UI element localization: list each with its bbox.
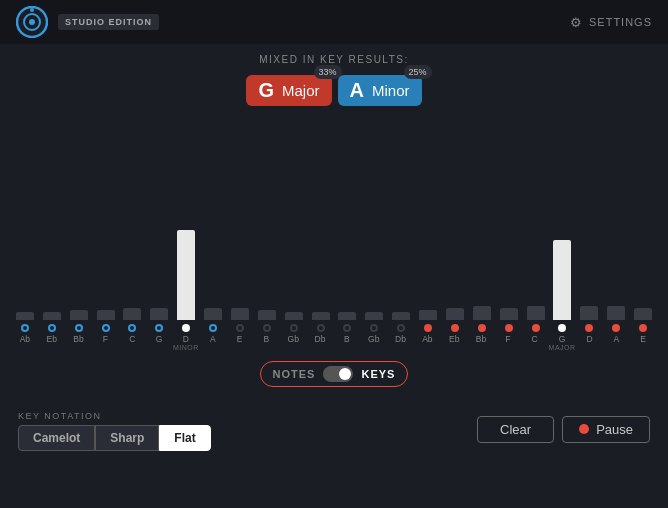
key-results: 33% G Major 25% A Minor bbox=[0, 75, 668, 106]
note-cell-18: F bbox=[495, 334, 521, 351]
note-cell-21: D bbox=[577, 334, 603, 351]
bar-group-5 bbox=[146, 135, 172, 320]
pause-indicator bbox=[579, 424, 589, 434]
mixed-in-key-logo bbox=[16, 6, 48, 38]
note-name-22: A bbox=[613, 334, 619, 344]
note-name-5: G bbox=[156, 334, 163, 344]
note-name-15: Ab bbox=[422, 334, 432, 344]
note-name-3: F bbox=[103, 334, 108, 344]
notation-btn-flat[interactable]: Flat bbox=[159, 425, 210, 451]
bar-16 bbox=[446, 308, 464, 320]
header: STUDIO EDITION ⚙ SETTINGS bbox=[0, 0, 668, 44]
note-name-17: Bb bbox=[476, 334, 486, 344]
bar-21 bbox=[580, 306, 598, 320]
main-content: MIXED IN KEY RESULTS: 33% G Major 25% A … bbox=[0, 44, 668, 461]
notes-label: NOTES bbox=[273, 368, 316, 380]
note-name-21: D bbox=[586, 334, 592, 344]
dot-15 bbox=[424, 324, 432, 332]
dot-cell-10 bbox=[281, 324, 307, 332]
bar-12 bbox=[338, 312, 356, 320]
note-cell-2: Bb bbox=[66, 334, 92, 351]
dot-cell-19 bbox=[523, 324, 549, 332]
bar-2 bbox=[70, 310, 88, 320]
note-name-11: Db bbox=[315, 334, 326, 344]
svg-point-3 bbox=[30, 8, 34, 12]
dot-19 bbox=[532, 324, 540, 332]
dot-22 bbox=[612, 324, 620, 332]
note-name-19: C bbox=[532, 334, 538, 344]
bar-group-0 bbox=[12, 135, 38, 320]
dot-18 bbox=[505, 324, 513, 332]
dot-cell-15 bbox=[415, 324, 441, 332]
notation-buttons: CamelotSharpFlat bbox=[18, 425, 211, 451]
bar-group-22 bbox=[603, 135, 629, 320]
note-cell-22: A bbox=[603, 334, 629, 351]
note-name-16: Eb bbox=[449, 334, 459, 344]
key-result-1[interactable]: 33% G Major bbox=[246, 75, 331, 106]
note-cell-16: Eb bbox=[441, 334, 467, 351]
notation-btn-sharp[interactable]: Sharp bbox=[95, 425, 159, 451]
key2-letter: A bbox=[350, 79, 364, 102]
bar-20 bbox=[553, 240, 571, 320]
notes-keys-toggle[interactable] bbox=[323, 366, 353, 382]
studio-edition-badge: STUDIO EDITION bbox=[58, 14, 159, 30]
bar-7 bbox=[204, 308, 222, 320]
dot-4 bbox=[128, 324, 136, 332]
bar-group-4 bbox=[120, 135, 146, 320]
note-name-6: D bbox=[183, 334, 189, 344]
dot-cell-8 bbox=[227, 324, 253, 332]
dot-3 bbox=[102, 324, 110, 332]
note-name-10: Gb bbox=[288, 334, 299, 344]
bar-group-23 bbox=[630, 135, 656, 320]
bar-9 bbox=[258, 310, 276, 320]
bar-group-13 bbox=[361, 135, 387, 320]
note-name-9: B bbox=[264, 334, 270, 344]
chart-area bbox=[0, 120, 668, 320]
pause-button[interactable]: Pause bbox=[562, 416, 650, 443]
dot-20 bbox=[558, 324, 566, 332]
bar-group-10 bbox=[281, 135, 307, 320]
notation-btn-camelot[interactable]: Camelot bbox=[18, 425, 95, 451]
note-cell-15: Ab bbox=[414, 334, 440, 351]
settings-button[interactable]: ⚙ SETTINGS bbox=[570, 15, 652, 30]
note-cell-8: E bbox=[227, 334, 253, 351]
dot-cell-22 bbox=[603, 324, 629, 332]
results-label: MIXED IN KEY RESULTS: bbox=[0, 54, 668, 65]
dot-16 bbox=[451, 324, 459, 332]
note-cell-13: Gb bbox=[361, 334, 387, 351]
note-name-2: Bb bbox=[73, 334, 83, 344]
dot-cell-17 bbox=[469, 324, 495, 332]
key-result-2[interactable]: 25% A Minor bbox=[338, 75, 422, 106]
note-name-1: Eb bbox=[47, 334, 57, 344]
dot-14 bbox=[397, 324, 405, 332]
dot-6 bbox=[182, 324, 190, 332]
note-cell-10: Gb bbox=[280, 334, 306, 351]
dot-21 bbox=[585, 324, 593, 332]
bar-1 bbox=[43, 312, 61, 320]
dot-cell-0 bbox=[12, 324, 38, 332]
bar-group-9 bbox=[254, 135, 280, 320]
bar-group-21 bbox=[576, 135, 602, 320]
dot-cell-20 bbox=[550, 324, 576, 332]
toggle-row: NOTES KEYS bbox=[0, 361, 668, 387]
key1-type: Major bbox=[282, 82, 320, 99]
bar-8 bbox=[231, 308, 249, 320]
bar-group-17 bbox=[469, 135, 495, 320]
note-cell-7: A bbox=[200, 334, 226, 351]
note-sub-20: MAJOR bbox=[549, 344, 576, 351]
bar-group-2 bbox=[66, 135, 92, 320]
bar-group-19 bbox=[523, 135, 549, 320]
bar-group-15 bbox=[415, 135, 441, 320]
dot-13 bbox=[370, 324, 378, 332]
dot-cell-9 bbox=[254, 324, 280, 332]
dot-1 bbox=[48, 324, 56, 332]
note-name-8: E bbox=[237, 334, 243, 344]
dot-cell-13 bbox=[361, 324, 387, 332]
bar-10 bbox=[285, 312, 303, 320]
note-cell-11: Db bbox=[307, 334, 333, 351]
dot-5 bbox=[155, 324, 163, 332]
note-cell-23: E bbox=[630, 334, 656, 351]
bar-17 bbox=[473, 306, 491, 320]
clear-button[interactable]: Clear bbox=[477, 416, 554, 443]
bar-22 bbox=[607, 306, 625, 320]
